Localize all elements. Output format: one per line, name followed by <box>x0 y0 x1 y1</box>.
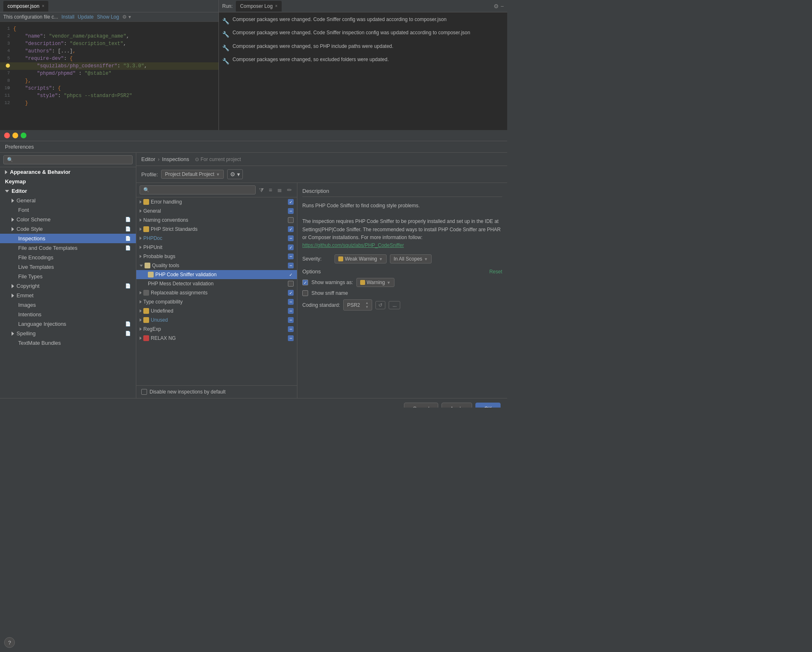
traffic-light-green[interactable] <box>21 133 26 138</box>
traffic-light-yellow[interactable] <box>12 133 18 138</box>
coding-std-input[interactable]: PSR2 ▲ ▼ <box>343 299 372 311</box>
sidebar-label: Images <box>18 302 36 308</box>
ok-button[interactable]: OK <box>475 403 501 408</box>
insp-item-php-mess-detector[interactable]: PHP Mess Detector validation <box>136 279 297 288</box>
insp-item-php-code-sniffer[interactable]: PHP Code Sniffer validation <box>136 270 297 279</box>
insp-checkbox[interactable] <box>288 254 294 259</box>
reset-link[interactable]: Reset <box>489 269 502 275</box>
insp-checkbox[interactable] <box>288 244 294 250</box>
insp-group-type-compat[interactable]: Type compatibility <box>136 297 297 306</box>
install-link[interactable]: Install <box>62 14 74 20</box>
apply-button[interactable]: Apply <box>442 403 472 408</box>
disable-checkbox[interactable] <box>141 389 147 395</box>
sidebar-item-file-types[interactable]: File Types <box>0 272 136 281</box>
sidebar-search-input[interactable] <box>3 155 133 164</box>
insp-checkbox[interactable] <box>288 217 294 223</box>
run-tab-close[interactable]: × <box>275 4 278 8</box>
insp-checkbox[interactable] <box>288 235 294 241</box>
sidebar-item-color-scheme[interactable]: Color Scheme 📄 <box>0 215 136 224</box>
insp-group-relax-ng[interactable]: RELAX NG <box>136 334 297 343</box>
sort-desc-button[interactable]: ≣ <box>275 186 284 194</box>
desc-link[interactable]: https://github.com/squizlabs/PHP_CodeSni… <box>302 242 404 248</box>
insp-group-regexp[interactable]: RegExp <box>136 325 297 334</box>
sidebar-item-editor[interactable]: Editor <box>0 186 136 196</box>
inspection-search-input[interactable] <box>140 185 256 194</box>
show-sniff-checkbox[interactable] <box>302 290 308 296</box>
warning-color-box <box>360 280 365 285</box>
profile-gear-button[interactable]: ⚙ ▾ <box>227 169 243 179</box>
insp-checkbox[interactable] <box>288 299 294 305</box>
show-warnings-checkbox[interactable] <box>302 280 308 285</box>
warning-value: Warning <box>367 280 385 285</box>
run-gear-icon[interactable]: ⚙ <box>494 3 499 9</box>
composer-log-tab[interactable]: Composer Log × <box>236 1 282 12</box>
profile-select-dropdown[interactable]: Project Default Project ▼ <box>161 170 223 179</box>
coding-std-value: PSR2 <box>347 302 360 308</box>
sidebar-item-general[interactable]: General <box>0 196 136 205</box>
composer-json-tab[interactable]: composer.json × <box>3 1 48 12</box>
scope-select[interactable]: In All Scopes ▼ <box>390 254 432 263</box>
spin-down-icon[interactable]: ▼ <box>365 305 368 309</box>
insp-checkbox[interactable] <box>288 335 294 341</box>
sort-button[interactable]: ≡ <box>267 186 274 194</box>
sidebar-item-images[interactable]: Images <box>0 300 136 310</box>
sidebar-item-file-code-templates[interactable]: File and Code Templates 📄 <box>0 243 136 253</box>
sidebar-item-live-templates[interactable]: Live Templates <box>0 262 136 272</box>
insp-checkbox[interactable] <box>288 290 294 296</box>
code-line-2: 2 "name": "vendor_name/package_name", <box>0 33 218 40</box>
insp-checkbox[interactable] <box>288 272 294 277</box>
desc-text-1: Runs PHP Code Sniffer to find coding sty… <box>302 202 502 249</box>
sidebar-item-copyright[interactable]: Copyright 📄 <box>0 281 136 291</box>
run-minimize-icon[interactable]: − <box>501 3 504 9</box>
sidebar-item-code-style[interactable]: Code Style 📄 <box>0 224 136 234</box>
insp-group-naming[interactable]: Naming conventions <box>136 216 297 225</box>
more-button[interactable]: ... <box>389 301 400 309</box>
insp-group-error-handling[interactable]: Error handling <box>136 197 297 206</box>
sidebar-item-emmet[interactable]: Emmet <box>0 291 136 300</box>
insp-checkbox[interactable] <box>288 308 294 314</box>
update-link[interactable]: Update <box>78 14 94 20</box>
sidebar-item-intentions[interactable]: Intentions <box>0 310 136 319</box>
sidebar-item-textmate-bundles[interactable]: TextMate Bundles <box>0 338 136 348</box>
insp-group-replaceable[interactable]: Replaceable assignments <box>136 288 297 297</box>
insp-group-phpdoc[interactable]: PHPDoc <box>136 234 297 243</box>
cancel-button[interactable]: Cancel <box>404 403 438 408</box>
insp-group-general[interactable]: General <box>136 206 297 216</box>
tab-close-icon[interactable]: × <box>42 4 44 8</box>
insp-label: Unused <box>151 317 286 323</box>
show-log-link[interactable]: Show Log <box>97 14 119 20</box>
insp-group-php-strict[interactable]: PHP Strict Standards <box>136 225 297 234</box>
insp-label: Error handling <box>151 199 286 205</box>
severity-select[interactable]: Weak Warning ▼ <box>335 254 387 263</box>
sidebar-item-keymap[interactable]: Keymap <box>0 177 136 186</box>
insp-checkbox[interactable] <box>288 208 294 214</box>
warning-select[interactable]: Warning ▼ <box>356 278 394 287</box>
sidebar-item-appearance[interactable]: Appearance & Behavior <box>0 167 136 177</box>
settings-icon[interactable]: ⚙ ▾ <box>122 14 131 20</box>
insp-group-undefined[interactable]: Undefined <box>136 306 297 315</box>
insp-group-phpunit[interactable]: PHPUnit <box>136 243 297 252</box>
insp-checkbox[interactable] <box>288 263 294 268</box>
insp-group-quality[interactable]: Quality tools <box>136 261 297 270</box>
spin-up-icon[interactable]: ▲ <box>365 301 368 305</box>
filter-button[interactable]: ⧩ <box>257 186 266 194</box>
code-line-1: 1{ <box>0 25 218 33</box>
project-icon: ⊙ <box>195 156 199 162</box>
insp-checkbox[interactable] <box>288 199 294 205</box>
sidebar-item-font[interactable]: Font <box>0 205 136 215</box>
insp-checkbox[interactable] <box>288 326 294 332</box>
insp-group-probable[interactable]: Probable bugs <box>136 252 297 261</box>
traffic-light-red[interactable] <box>4 133 10 138</box>
severity-color <box>143 317 149 323</box>
sidebar-item-language-injections[interactable]: Language Injections 📄 <box>0 319 136 329</box>
sidebar-item-inspections[interactable]: Inspections 📄 <box>0 234 136 243</box>
sidebar-item-spelling[interactable]: Spelling 📄 <box>0 329 136 338</box>
sidebar-item-file-encodings[interactable]: File Encodings <box>0 253 136 262</box>
insp-checkbox[interactable] <box>288 317 294 323</box>
insp-checkbox[interactable] <box>288 226 294 232</box>
sidebar-label: TextMate Bundles <box>18 340 61 346</box>
insp-group-unused[interactable]: Unused <box>136 315 297 325</box>
insp-checkbox[interactable] <box>288 281 294 287</box>
expand-button[interactable]: ✏ <box>285 186 294 194</box>
refresh-button[interactable]: ↺ <box>375 301 385 309</box>
